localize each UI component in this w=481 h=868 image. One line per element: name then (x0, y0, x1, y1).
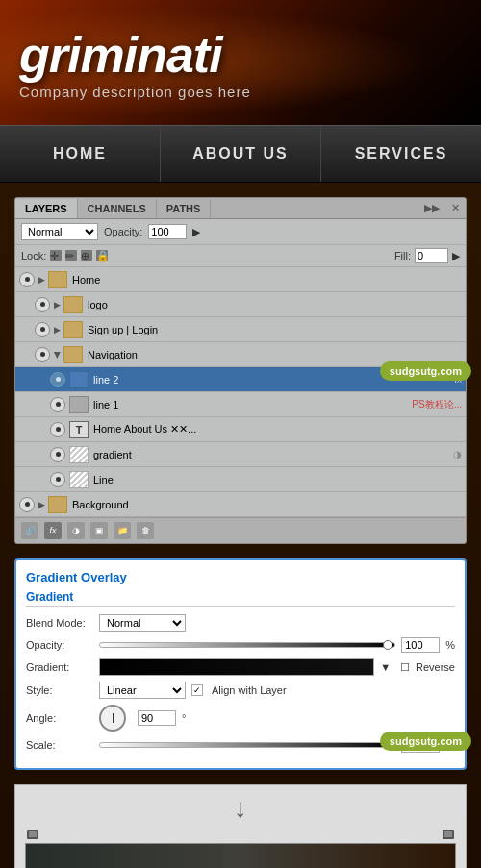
tab-channels[interactable]: CHANNELS (78, 199, 157, 218)
grad-opacity-label: Opacity: (26, 639, 93, 651)
gradient-top-stops (25, 830, 456, 839)
layer-thumb-nav (63, 346, 83, 363)
layers-footer: 🔗 fx ◑ ▣ 📁 🗑 (15, 517, 466, 543)
main-content: LAYERS CHANNELS PATHS ▶▶ ✕ Normal Opacit… (0, 183, 481, 868)
align-label: Align with Layer (212, 684, 287, 696)
layer-name-nav: Navigation (88, 349, 462, 360)
stop-right-top[interactable] (443, 830, 454, 839)
lock-icon-move[interactable]: ✛ (50, 250, 62, 261)
fill-label: Fill: (394, 250, 411, 261)
lock-icon-all[interactable]: 🔒 (96, 250, 108, 261)
gradient-section-title: Gradient (26, 590, 455, 607)
layers-panel-close[interactable]: ✕ (445, 198, 466, 218)
gradient-icon: ◑ (453, 449, 462, 459)
gradient-color-bar[interactable] (99, 658, 374, 676)
layer-thumb-line (69, 471, 89, 488)
logo-text: griminati (19, 26, 481, 84)
layer-name-gradient: gradient (93, 449, 449, 460)
layer-eye-signup[interactable] (35, 322, 50, 337)
layers-panel-wrapper: LAYERS CHANNELS PATHS ▶▶ ✕ Normal Opacit… (14, 197, 467, 544)
fx-icon[interactable]: fx (44, 522, 62, 539)
align-checkbox[interactable]: ✓ (191, 684, 203, 696)
layers-tabs: LAYERS CHANNELS PATHS ▶▶ ✕ (15, 198, 466, 219)
layer-name-logo: logo (88, 299, 462, 310)
fill-input[interactable] (415, 248, 448, 263)
layer-thumb-text: T (69, 421, 89, 438)
blend-mode-label: Blend Mode: (26, 617, 93, 629)
opacity-pct: % (445, 639, 455, 651)
circle-half-icon[interactable]: ◑ (67, 522, 85, 539)
nav-item-services[interactable]: SERVICES (321, 126, 481, 182)
gradient-style-select[interactable]: Linear (99, 682, 186, 699)
layer-eye-nav[interactable] (35, 347, 50, 362)
layer-name-line: Line (93, 474, 462, 485)
gradient-blend-mode-select[interactable]: Normal (99, 614, 186, 632)
layer-row-line1[interactable]: line 1 PS教程论... (15, 392, 466, 417)
layers-watermark: sudgsutg.com (380, 361, 471, 381)
opacity-slider[interactable] (99, 642, 395, 648)
layers-panel-menu[interactable]: ▶▶ (418, 198, 445, 218)
layer-name-text: Home About Us ✕✕... (93, 423, 462, 435)
gradient-bar-section: ↓ #262e2a #3f3e38 #2d1604 UiBQ.CoM (14, 784, 467, 868)
style-label: Style: (26, 684, 93, 696)
layer-row-background[interactable]: ▶ Background (15, 492, 466, 517)
layer-name-home: Home (72, 274, 462, 285)
layers-list: ▶ Home ▶ logo ▶ Sign up | Login (15, 267, 466, 517)
trash-icon[interactable]: 🗑 (137, 522, 154, 539)
angle-dial[interactable] (99, 705, 126, 732)
stop-left-top[interactable] (27, 830, 38, 839)
gradient-bar-container (25, 830, 456, 868)
layer-eye-line2[interactable] (50, 372, 65, 387)
layer-eye-text[interactable] (50, 422, 65, 437)
gradient-overlay-title: Gradient Overlay (26, 570, 455, 584)
ps-badge: PS教程论... (412, 398, 462, 411)
gradient-watermark: sudgsutg.com (380, 732, 471, 751)
layer-thumb-background (48, 496, 67, 513)
opacity-input[interactable] (148, 224, 187, 239)
layer-eye-gradient[interactable] (50, 447, 65, 462)
layer-thumb-gradient (69, 446, 89, 463)
layer-eye-line1[interactable] (50, 397, 65, 412)
nav-item-home[interactable]: HOME (0, 126, 161, 182)
gradient-preview-bar (25, 843, 456, 868)
layer-row-text[interactable]: T Home About Us ✕✕... (15, 417, 466, 442)
layer-eye-line[interactable] (50, 472, 65, 487)
scale-label: Scale: (26, 739, 93, 751)
folder-icon[interactable]: 📁 (114, 522, 131, 539)
layers-controls-row2: Lock: ✛ ✏ ⊕ 🔒 Fill: ▶ (15, 245, 466, 267)
tab-paths[interactable]: PATHS (157, 199, 212, 218)
layer-thumb-logo (63, 296, 83, 313)
lock-label: Lock: (21, 250, 46, 261)
reverse-checkbox[interactable]: ☐ (400, 661, 410, 674)
layer-thumb-signup (63, 321, 83, 338)
adjustment-icon[interactable]: ▣ (90, 522, 108, 539)
lock-icon-position[interactable]: ⊕ (81, 250, 92, 261)
lock-icon-paint[interactable]: ✏ (65, 250, 77, 261)
layers-controls-row1: Normal Opacity: ▶ (15, 219, 466, 245)
angle-input[interactable] (138, 710, 176, 726)
style-row: Style: Linear ✓ Align with Layer (26, 682, 455, 699)
gradient-dropdown-arrow[interactable]: ▼ (380, 661, 391, 673)
gradient-color-row: Gradient: ▼ ☐ Reverse (26, 658, 455, 676)
layer-row-logo[interactable]: ▶ logo (15, 292, 466, 317)
layer-row-home[interactable]: ▶ Home (15, 267, 466, 292)
angle-label: Angle: (26, 712, 93, 724)
blend-mode-row: Blend Mode: Normal (26, 614, 455, 632)
opacity-value-input[interactable] (401, 637, 440, 653)
scale-slider[interactable] (99, 742, 395, 748)
link-icon[interactable]: 🔗 (21, 522, 38, 539)
arrow-down-icon: ↓ (234, 795, 247, 822)
layer-row-gradient[interactable]: gradient ◑ (15, 442, 466, 467)
gradient-overlay-wrapper: Gradient Overlay Gradient Blend Mode: No… (14, 558, 467, 770)
tab-layers[interactable]: LAYERS (15, 199, 78, 218)
layer-row-signup[interactable]: ▶ Sign up | Login (15, 317, 466, 342)
layer-eye-background[interactable] (19, 497, 35, 512)
opacity-row: Opacity: % (26, 637, 455, 653)
blend-mode-select[interactable]: Normal (21, 223, 98, 240)
layer-row-line[interactable]: Line (15, 467, 466, 492)
layer-eye-logo[interactable] (35, 297, 50, 312)
logo-tagline: Company description goes here (19, 84, 481, 100)
navigation-bar: HOME ABOUT US SERVICES (0, 125, 481, 183)
nav-item-about[interactable]: ABOUT US (161, 126, 321, 182)
layer-eye-home[interactable] (19, 272, 35, 287)
